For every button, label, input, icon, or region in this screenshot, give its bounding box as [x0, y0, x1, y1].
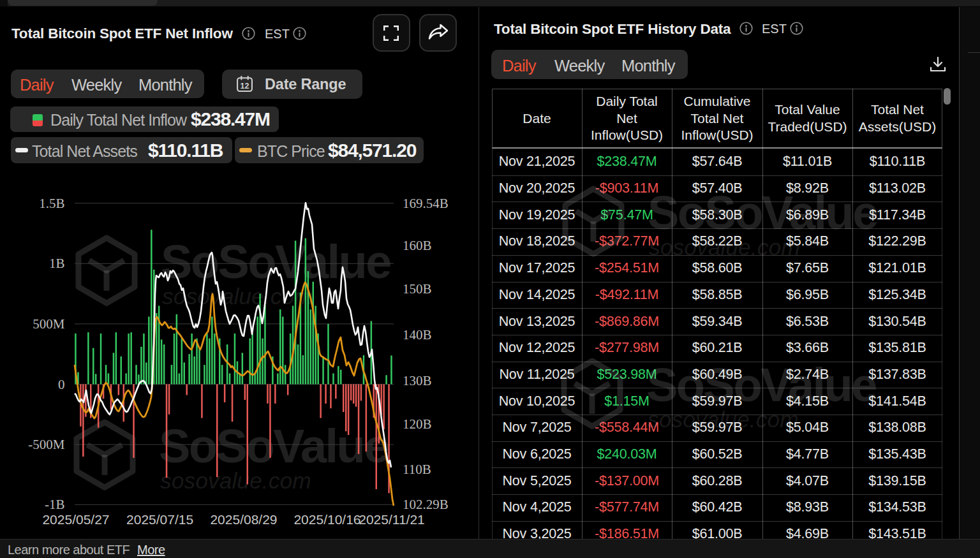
- svg-text:150B: 150B: [403, 281, 432, 297]
- svg-text:2025/05/27: 2025/05/27: [42, 512, 109, 527]
- svg-text:500M: 500M: [33, 316, 65, 332]
- svg-text:12: 12: [241, 82, 249, 91]
- svg-text:2025/08/29: 2025/08/29: [210, 512, 277, 527]
- svg-text:-1B: -1B: [45, 497, 65, 512]
- svg-text:SoSoValue: SoSoValue: [159, 420, 389, 473]
- svg-text:140B: 140B: [403, 327, 432, 342]
- svg-text:169.54B: 169.54B: [403, 196, 449, 211]
- svg-text:2025/07/15: 2025/07/15: [126, 512, 193, 527]
- svg-text:130B: 130B: [403, 373, 432, 388]
- svg-text:102.29B: 102.29B: [403, 497, 449, 512]
- svg-text:110B: 110B: [403, 462, 431, 477]
- svg-text:160B: 160B: [403, 238, 432, 253]
- svg-text:0: 0: [58, 377, 65, 392]
- svg-text:1.5B: 1.5B: [39, 196, 64, 211]
- svg-text:2025/10/16: 2025/10/16: [293, 512, 360, 527]
- svg-text:120B: 120B: [403, 416, 432, 432]
- svg-text:sosovalue.com: sosovalue.com: [160, 468, 311, 494]
- svg-text:SoSoValue: SoSoValue: [161, 235, 390, 288]
- svg-text:-500M: -500M: [28, 437, 64, 452]
- svg-text:1B: 1B: [49, 256, 65, 271]
- svg-text:2025/11/21: 2025/11/21: [359, 512, 425, 527]
